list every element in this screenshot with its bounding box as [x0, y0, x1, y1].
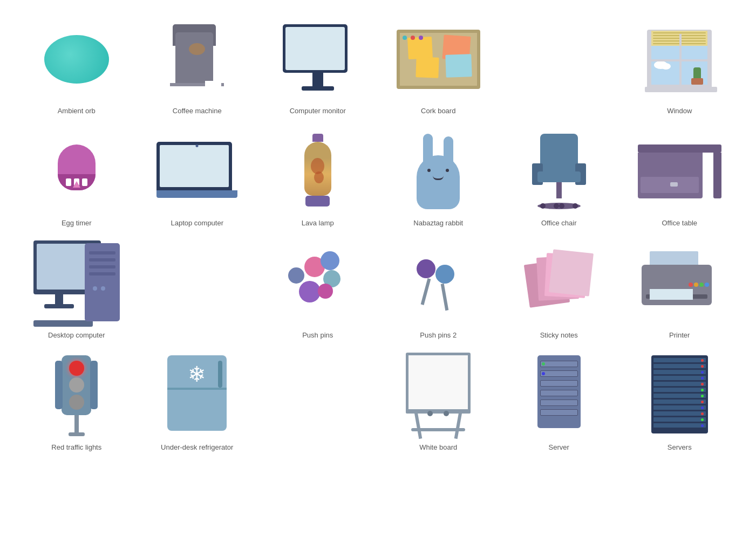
traffic-lights-icon: [33, 353, 120, 439]
push-pins-label: Push pins: [302, 331, 333, 339]
push-pins-2-icon: [395, 240, 481, 327]
printer-label: Printer: [669, 331, 690, 339]
office-table-icon: [636, 128, 723, 215]
white-board-label: White board: [419, 443, 457, 451]
egg-timer-icon: [33, 128, 120, 215]
office-chair-icon: [516, 128, 602, 215]
refrigerator-label: Under-desk refrigerator: [161, 443, 233, 451]
item-push-pins[interactable]: Push pins: [257, 235, 378, 342]
item-desktop-computer[interactable]: Desktop computer: [16, 235, 137, 342]
cork-board-icon: [395, 16, 481, 102]
item-office-chair[interactable]: Office chair: [499, 123, 619, 230]
push-pins-2-label: Push pins 2: [420, 331, 457, 339]
desktop-computer-icon: [33, 240, 120, 327]
servers-icon: [636, 353, 723, 439]
lava-lamp-label: Lava lamp: [302, 219, 334, 227]
item-servers[interactable]: Servers: [619, 347, 740, 454]
icon-grid: Ambient orb Coffee machine Computer moni…: [0, 0, 756, 465]
item-computer-monitor[interactable]: Computer monitor: [257, 11, 378, 118]
servers-label: Servers: [668, 443, 692, 451]
office-chair-label: Office chair: [541, 219, 577, 227]
push-pins-icon: [275, 240, 361, 327]
item-sticky-notes[interactable]: Sticky notes: [499, 235, 619, 342]
desktop-computer-label: Desktop computer: [48, 331, 105, 339]
computer-monitor-icon: [275, 16, 361, 102]
item-coffee-machine[interactable]: Coffee machine: [137, 11, 258, 118]
item-window[interactable]: Window: [619, 11, 740, 118]
ambient-orb-label: Ambient orb: [58, 107, 96, 115]
coffee-machine-label: Coffee machine: [173, 107, 222, 115]
server-label: Server: [549, 443, 569, 451]
item-ambient-orb[interactable]: Ambient orb: [16, 11, 137, 118]
laptop-icon: [154, 128, 240, 215]
cork-board-label: Cork board: [421, 107, 455, 115]
item-lava-lamp[interactable]: Lava lamp: [257, 123, 378, 230]
laptop-label: Laptop computer: [171, 219, 223, 227]
coffee-machine-icon: [154, 16, 240, 102]
white-board-icon: [395, 353, 481, 439]
traffic-lights-label: Red traffic lights: [51, 443, 101, 451]
window-label: Window: [667, 107, 692, 115]
server-icon: [516, 353, 602, 439]
office-table-label: Office table: [662, 219, 697, 227]
item-cork-board[interactable]: Cork board: [378, 11, 499, 118]
item-white-board[interactable]: White board: [378, 347, 499, 454]
item-nabaztag-rabbit[interactable]: Nabaztag rabbit: [378, 123, 499, 230]
nabaztag-icon: [395, 128, 481, 215]
refrigerator-icon: ❄: [154, 353, 240, 439]
sticky-notes-icon: [516, 240, 602, 327]
item-office-table[interactable]: Office table: [619, 123, 740, 230]
window-icon: [636, 16, 723, 102]
item-printer[interactable]: Printer: [619, 235, 740, 342]
item-server[interactable]: Server: [499, 347, 619, 454]
nabaztag-label: Nabaztag rabbit: [413, 219, 463, 227]
item-red-traffic-lights[interactable]: Red traffic lights: [16, 347, 137, 454]
ambient-orb-icon: [33, 16, 120, 102]
egg-timer-label: Egg timer: [62, 219, 92, 227]
item-push-pins-2[interactable]: Push pins 2: [378, 235, 499, 342]
printer-icon: [636, 240, 723, 327]
item-laptop-computer[interactable]: Laptop computer: [137, 123, 258, 230]
item-egg-timer[interactable]: Egg timer: [16, 123, 137, 230]
lava-lamp-icon: [275, 128, 361, 215]
item-refrigerator[interactable]: ❄ Under-desk refrigerator: [137, 347, 258, 454]
computer-monitor-label: Computer monitor: [290, 107, 346, 115]
sticky-notes-label: Sticky notes: [540, 331, 578, 339]
